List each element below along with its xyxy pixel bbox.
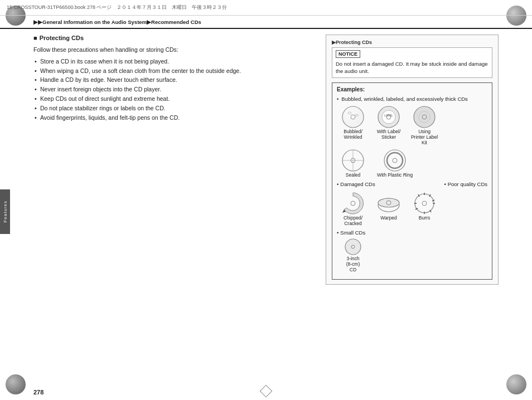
breadcrumb-text: ▶▶General Information on the Audio Syste… — [33, 19, 201, 25]
svg-point-17 — [387, 153, 403, 168]
cd-label-printer: Using Printer Label Kit — [411, 129, 438, 145]
list-item: When wiping a CD, use a soft clean cloth… — [33, 66, 309, 76]
section-title: Protecting CDs — [33, 35, 309, 41]
cd-icon-bubbled — [341, 105, 365, 129]
info-box-title: ▶Protecting CDs — [332, 40, 492, 45]
bullet1-text: Bubbled, wrinkled, labeled, and excessiv… — [341, 96, 468, 102]
cd-item-chipped: Chipped/ Cracked — [337, 192, 369, 226]
cd-icon-plastic-ring — [383, 149, 407, 172]
diamond-icon — [260, 385, 273, 398]
sub-bullet-damaged: • Damaged CDs — [337, 181, 375, 187]
info-box: ▶Protecting CDs NOTICE Do not insert a d… — [326, 35, 499, 285]
cd-icon-chipped — [341, 192, 365, 215]
svg-point-4 — [342, 106, 364, 128]
cd-icon-printer — [413, 105, 436, 129]
right-column: ▶Protecting CDs NOTICE Do not insert a d… — [326, 29, 499, 378]
notice-box: NOTICE Do not insert a damaged CD. It ma… — [332, 47, 492, 78]
corner-circle-bl — [6, 374, 26, 394]
svg-text:LABEL: LABEL — [384, 114, 393, 117]
left-column: Protecting CDs Follow these precautions … — [33, 29, 309, 378]
list-item: Do not place stabilizer rings or labels … — [33, 104, 309, 113]
cd-item-label: LABEL With Label/ Sticker — [373, 105, 405, 140]
cd-item-plastic-ring: With Plastic Ring — [373, 149, 417, 178]
cd-label-plastic-ring: With Plastic Ring — [377, 172, 413, 178]
sub-bullet-small: • Small CDs — [337, 230, 487, 236]
main-content: Protecting CDs Follow these precautions … — [33, 29, 499, 378]
cd-label-bubbled: Bubbled/ Wrinkled — [344, 129, 362, 140]
section-title-text: Protecting CDs — [40, 35, 84, 41]
bullet3-text: Poor quality CDs — [448, 181, 487, 187]
svg-point-34 — [345, 239, 361, 255]
page-number: 278 — [33, 389, 43, 396]
top-bar: 15 CROSSTOUR-31TP66500.book 278 ページ ２０１４… — [0, 0, 532, 16]
cd-icon-sealed — [341, 149, 365, 172]
examples-box: Examples: • Bubbled, wrinkled, labeled, … — [332, 82, 492, 280]
cd-icon-warped — [377, 192, 400, 215]
bullet4-text: Small CDs — [340, 230, 365, 236]
intro-text: Follow these precautions when handling o… — [33, 46, 309, 55]
cd-item-bubbled: Bubbled/ Wrinkled — [337, 105, 369, 140]
examples-bullet-1: • Bubbled, wrinkled, labeled, and excess… — [337, 96, 487, 102]
cd-label-sticker: With Label/ Sticker — [377, 129, 401, 140]
bottom-center-decoration — [262, 387, 270, 396]
breadcrumb: ▶▶General Information on the Audio Syste… — [0, 16, 532, 29]
list-item: Never insert foreign objects into the CD… — [33, 85, 309, 94]
list-item: Avoid fingerprints, liquids, and felt-ti… — [33, 113, 309, 123]
svg-point-24 — [422, 201, 427, 206]
list-item: Store a CD in its case when it is not be… — [33, 57, 309, 66]
cd-item-sealed: Sealed — [337, 149, 369, 178]
cd-row-4: 3-inch (8-cm) CD — [337, 238, 487, 272]
side-tab-label: Features — [3, 201, 8, 223]
svg-point-21 — [378, 198, 399, 207]
cd-label-burrs: Burrs — [419, 215, 430, 221]
cd-label-sealed: Sealed — [346, 172, 360, 178]
top-bar-text: 15 CROSSTOUR-31TP66500.book 278 ページ ２０１４… — [7, 4, 227, 11]
cd-item-burrs: Burrs — [408, 192, 441, 221]
svg-point-9 — [414, 106, 435, 128]
cd-row-3: Chipped/ Cracked Warped — [337, 192, 487, 226]
notice-text: Do not insert a damaged CD. It may be st… — [336, 60, 489, 75]
svg-line-27 — [432, 200, 434, 201]
list-item: Keep CDs out of direct sunlight and extr… — [33, 94, 309, 104]
bullet-list: Store a CD in its case when it is not be… — [33, 57, 309, 123]
cd-icon-label: LABEL — [377, 105, 400, 129]
svg-point-18 — [393, 158, 397, 163]
svg-point-23 — [415, 194, 434, 213]
side-tab: Features — [0, 189, 10, 234]
cd-item-printer: Using Printer Label Kit — [408, 105, 441, 145]
cd-label-warped: Warped — [380, 215, 396, 221]
cd-label-chipped: Chipped/ Cracked — [344, 215, 362, 226]
corner-circle-br — [506, 374, 526, 394]
notice-label: NOTICE — [336, 50, 360, 58]
cd-icon-burrs — [413, 192, 436, 215]
sub-bullet-poor: • Poor quality CDs — [444, 181, 487, 187]
examples-label: Examples: — [337, 86, 487, 92]
cd-item-warped: Warped — [373, 192, 405, 221]
cd-item-small: 3-inch (8-cm) CD — [337, 238, 369, 272]
cd-label-small: 3-inch (8-cm) CD — [346, 256, 360, 272]
svg-point-6 — [382, 110, 395, 124]
cd-row-2: Sealed With Plastic Ring — [337, 149, 487, 178]
list-item: Handle a CD by its edge. Never touch eit… — [33, 75, 309, 85]
cd-icon-small — [344, 238, 362, 256]
cd-row-1: Bubbled/ Wrinkled LABEL With Label/ Stic… — [337, 105, 487, 145]
bullet2-text: Damaged CDs — [340, 181, 375, 187]
svg-point-19 — [351, 201, 355, 206]
